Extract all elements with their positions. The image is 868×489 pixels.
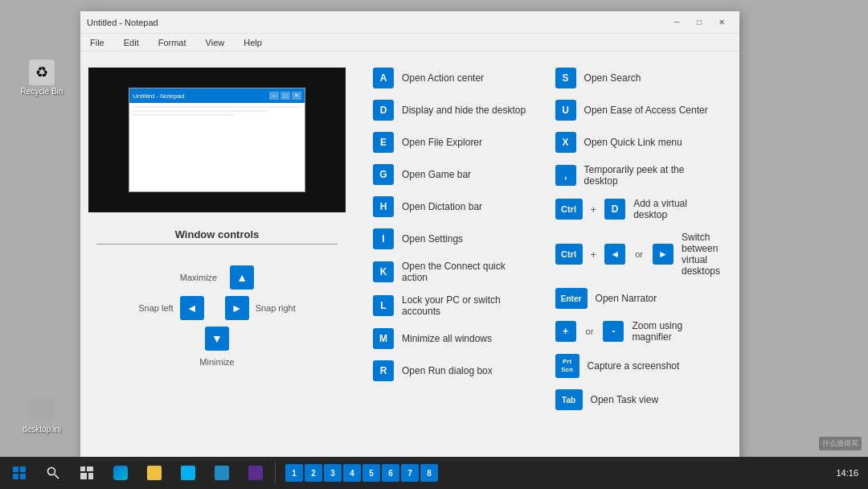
window-menubar: File Edit Format View Help	[80, 34, 739, 51]
shortcut-row-a: A Open Action center	[373, 68, 531, 88]
maximize-label: Maximize	[180, 273, 217, 282]
shortcuts-col-right: S Open Search U Open Ease of Access Cent…	[555, 68, 720, 446]
inner-min-btn[interactable]: ─	[269, 92, 279, 100]
key-r: R	[373, 360, 394, 381]
menu-edit[interactable]: Edit	[121, 36, 142, 49]
desc-m: Minimize all windows	[402, 333, 492, 344]
search-button[interactable]	[37, 458, 69, 488]
desc-h: Open Dictation bar	[402, 201, 482, 212]
num-btn-1[interactable]: 1	[285, 464, 303, 482]
up-arrow-btn[interactable]: ▲	[230, 265, 254, 290]
screenshot-preview: Untitled - Notepad ─ □ ✕	[88, 68, 346, 212]
task-view-icon	[80, 466, 93, 479]
key-h: H	[373, 196, 394, 217]
svg-rect-3	[20, 474, 26, 479]
num-btn-5[interactable]: 5	[362, 464, 380, 482]
menu-file[interactable]: File	[87, 36, 108, 49]
vscode-button[interactable]	[206, 458, 238, 488]
shortcut-row-s: S Open Search	[555, 68, 720, 88]
inner-titlebar: Untitled - Notepad ─ □ ✕	[129, 88, 305, 103]
desktop-icon-recycle[interactable]: ♻ Recycle Bin	[16, 56, 68, 99]
num-btn-4[interactable]: 4	[343, 464, 361, 482]
snap-left-label: Snap left	[138, 303, 173, 313]
desc-i: Open Settings	[402, 233, 463, 244]
minimize-window-btn[interactable]: ─	[665, 14, 688, 31]
key-x: X	[555, 132, 576, 153]
start-button[interactable]	[3, 458, 35, 488]
shortcut-row-m: M Minimize all windows	[373, 328, 531, 349]
maximize-window-btn[interactable]: □	[688, 14, 710, 31]
shortcut-row-u: U Open Ease of Access Center	[555, 100, 720, 121]
search-icon	[47, 466, 59, 479]
down-arrow-icon: ▼	[211, 332, 223, 345]
right-arrow-btn[interactable]: ►	[225, 296, 249, 320]
num-btn-8[interactable]: 8	[420, 464, 438, 482]
key-ctrl1: Ctrl	[555, 199, 583, 220]
inner-win-btns: ─ □ ✕	[269, 92, 301, 100]
vscode-icon	[215, 466, 229, 480]
desktop-icon-bottom[interactable]: desktop.ini	[16, 394, 68, 437]
desc-tab: Open Task view	[591, 394, 659, 405]
desc-g: Open Game bar	[402, 169, 471, 180]
menu-help[interactable]: Help	[240, 36, 265, 49]
or-sign: or	[635, 249, 643, 259]
number-buttons: 1 2 3 4 5 6 7 8	[285, 464, 438, 482]
snap-right-label: Snap right	[256, 303, 296, 313]
window-controls-section: Window controls Maximize ▲ Snap left	[96, 228, 338, 375]
desc-e: Open File Explorer	[402, 137, 482, 148]
key-g: G	[373, 164, 394, 185]
close-window-btn[interactable]: ✕	[710, 14, 733, 31]
edge-icon	[113, 466, 128, 480]
inner-title: Untitled - Notepad	[133, 92, 184, 100]
taskbar-separator	[275, 462, 276, 484]
svg-rect-6	[80, 466, 85, 471]
key-right-arrow: ►	[653, 244, 674, 265]
key-prtscn: PrtScn	[555, 354, 579, 378]
key-minus: -	[603, 321, 624, 342]
num-btn-3[interactable]: 3	[324, 464, 342, 482]
or-sign2: or	[586, 327, 594, 336]
key-plus: +	[555, 321, 576, 342]
menu-view[interactable]: View	[203, 36, 228, 49]
num-btn-7[interactable]: 7	[401, 464, 419, 482]
plus-sign2: +	[591, 249, 597, 261]
file-explorer-button[interactable]	[138, 458, 170, 488]
left-arrow-icon: ◄	[186, 302, 198, 314]
svg-rect-0	[13, 466, 18, 472]
svg-rect-8	[80, 473, 87, 479]
shortcut-row-tab: Tab Open Task view	[555, 389, 720, 410]
svg-rect-7	[87, 466, 93, 471]
num-btn-6[interactable]: 6	[382, 464, 399, 482]
desc-a: Open Action center	[402, 72, 484, 84]
menu-format[interactable]: Format	[155, 36, 190, 49]
desc-prtscn: Capture a screenshot	[588, 360, 680, 372]
desktop: ♻ Recycle Bin desktop.ini Untitled - Not…	[0, 0, 868, 489]
svg-rect-2	[13, 474, 18, 479]
right-panel: A Open Action center D Display and hide …	[354, 51, 739, 462]
shortcut-row-comma: , Temporarily peek at the desktop	[555, 164, 720, 187]
edge-button[interactable]	[104, 458, 137, 488]
vs-button[interactable]	[240, 458, 272, 488]
notepad-window: Untitled - Notepad ─ □ ✕ File Edit Forma…	[80, 11, 739, 462]
minimize-label: Minimize	[199, 357, 234, 367]
down-arrow-btn[interactable]: ▼	[205, 327, 229, 351]
inner-close-btn[interactable]: ✕	[292, 92, 301, 100]
vs-icon	[248, 466, 263, 480]
svg-line-5	[55, 475, 59, 479]
task-view-button[interactable]	[71, 458, 103, 488]
store-button[interactable]	[172, 458, 204, 488]
shortcut-row-d: D Display and hide the desktop	[373, 100, 531, 121]
shortcut-row-enter: Enter Open Narrator	[555, 288, 720, 309]
inner-window: Untitled - Notepad ─ □ ✕	[129, 88, 305, 192]
num-btn-2[interactable]: 2	[305, 464, 322, 482]
shortcut-row-ctrl-d: Ctrl + D Add a virtual desktop	[555, 198, 720, 220]
windows-icon	[13, 466, 26, 479]
shortcut-row-zoom: + or - Zoom using magnifier	[555, 320, 720, 343]
left-arrow-btn[interactable]: ◄	[180, 296, 204, 320]
shortcut-row-r: R Open Run dialog box	[373, 360, 531, 381]
left-panel: Untitled - Notepad ─ □ ✕	[80, 51, 354, 462]
controls-diagram: Maximize ▲ Snap left ◄	[96, 257, 338, 375]
desc-zoom: Zoom using magnifier	[632, 320, 720, 343]
plus-sign1: +	[591, 203, 597, 216]
inner-max-btn[interactable]: □	[280, 92, 290, 100]
